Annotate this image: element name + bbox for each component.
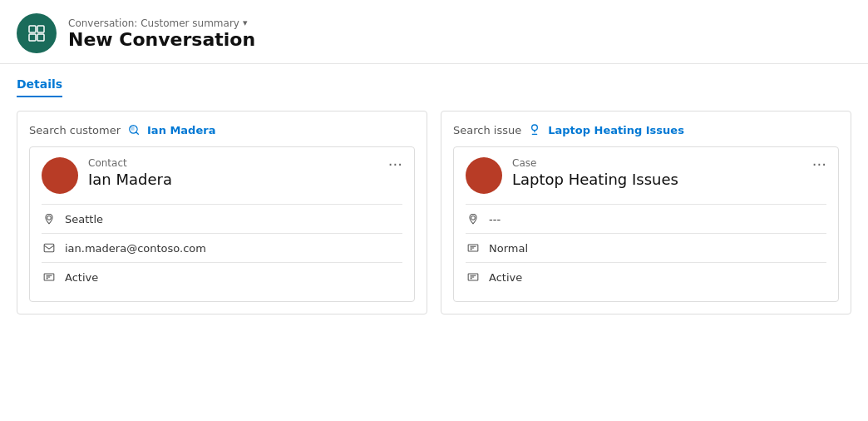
tab-details[interactable]: Details xyxy=(17,77,62,97)
issue-card-type: Case xyxy=(512,157,812,169)
customer-search-row: Search customer Ian Madera xyxy=(29,123,415,136)
customer-card-name: Ian Madera xyxy=(88,171,388,188)
issue-priority: Normal xyxy=(489,242,528,255)
customer-card: Contact Ian Madera ··· Seattle xyxy=(29,146,415,302)
issue-status-icon xyxy=(466,270,481,285)
issue-avatar xyxy=(466,157,502,194)
chevron-down-icon: ▾ xyxy=(243,17,248,28)
svg-rect-1 xyxy=(37,26,44,32)
issue-more-button[interactable]: ··· xyxy=(812,157,826,172)
svg-rect-3 xyxy=(37,34,44,41)
customer-card-info: Contact Ian Madera xyxy=(88,157,388,188)
svg-rect-2 xyxy=(29,34,36,41)
issue-search-icon[interactable] xyxy=(528,123,541,136)
customer-status-row: Active xyxy=(42,262,402,291)
header-subtitle[interactable]: Conversation: Customer summary ▾ xyxy=(68,17,255,29)
customer-card-header: Contact Ian Madera ··· xyxy=(42,157,402,194)
issue-card-header: Case Laptop Heating Issues ··· xyxy=(466,157,826,194)
issue-status: Active xyxy=(489,271,522,284)
customer-search-label: Search customer xyxy=(29,124,121,136)
svg-rect-4 xyxy=(131,126,135,131)
issue-id: --- xyxy=(489,213,501,225)
city-icon xyxy=(42,211,57,226)
issue-search-label: Search issue xyxy=(453,124,521,136)
customer-status: Active xyxy=(65,271,98,284)
customer-more-button[interactable]: ··· xyxy=(388,157,402,172)
header-text: Conversation: Customer summary ▾ New Con… xyxy=(68,17,255,50)
customer-avatar xyxy=(42,157,78,194)
issue-panel: Search issue Laptop Heating Issues Case … xyxy=(441,111,851,315)
issue-id-row: --- xyxy=(466,204,826,233)
issue-card-info: Case Laptop Heating Issues xyxy=(512,157,812,188)
issue-card: Case Laptop Heating Issues ··· --- xyxy=(453,146,839,302)
svg-point-12 xyxy=(471,216,476,220)
app-icon xyxy=(17,13,57,53)
header: Conversation: Customer summary ▾ New Con… xyxy=(0,0,868,64)
status-icon xyxy=(42,270,57,285)
customer-email: ian.madera@contoso.com xyxy=(65,242,206,255)
tabs-bar: Details xyxy=(0,64,868,97)
customer-search-icon[interactable] xyxy=(127,123,141,136)
issue-priority-row: Normal xyxy=(466,233,826,262)
main-content: Search customer Ian Madera Contact Ian M… xyxy=(0,97,868,328)
issue-search-value[interactable]: Laptop Heating Issues xyxy=(548,124,684,136)
issue-search-row: Search issue Laptop Heating Issues xyxy=(453,123,839,136)
customer-card-type: Contact xyxy=(88,157,388,169)
svg-rect-6 xyxy=(44,244,54,251)
customer-email-row: ian.madera@contoso.com xyxy=(42,233,402,262)
subtitle-text: Conversation: Customer summary xyxy=(68,17,239,29)
customer-city-row: Seattle xyxy=(42,204,402,233)
svg-rect-0 xyxy=(29,26,36,32)
svg-point-11 xyxy=(532,125,538,131)
issue-card-name: Laptop Heating Issues xyxy=(512,171,812,188)
priority-icon xyxy=(466,240,481,255)
page-title: New Conversation xyxy=(68,29,255,50)
issue-id-icon xyxy=(466,211,481,226)
svg-point-5 xyxy=(47,216,52,220)
customer-search-value[interactable]: Ian Madera xyxy=(147,124,215,136)
customer-panel: Search customer Ian Madera Contact Ian M… xyxy=(17,111,427,315)
email-icon xyxy=(42,240,57,255)
customer-city: Seattle xyxy=(65,213,103,225)
issue-status-row: Active xyxy=(466,262,826,291)
